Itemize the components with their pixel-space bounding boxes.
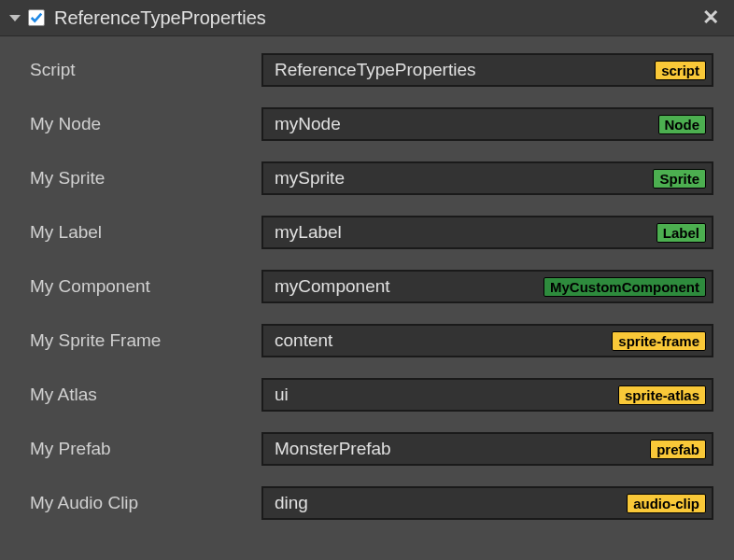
property-value: content — [275, 330, 612, 351]
property-row: My Atlas ui sprite-atlas — [30, 378, 713, 412]
property-value: myLabel — [275, 222, 656, 243]
property-field-my-label[interactable]: myLabel Label — [261, 216, 713, 249]
property-label: My Sprite Frame — [30, 330, 261, 351]
component-header: ReferenceTypeProperties ✕ — [0, 0, 734, 36]
property-label: My Component — [30, 276, 261, 297]
property-field-my-component[interactable]: myComponent MyCustomComponent — [261, 270, 713, 303]
component-title: ReferenceTypeProperties — [54, 7, 697, 29]
type-badge: sprite-frame — [612, 331, 706, 351]
property-label: My Atlas — [30, 385, 261, 405]
property-row: My Label myLabel Label — [30, 216, 713, 249]
property-row: My Audio Clip ding audio-clip — [30, 486, 713, 520]
collapse-caret-icon[interactable] — [9, 15, 21, 21]
component-panel: ReferenceTypeProperties ✕ Script Referen… — [0, 0, 734, 560]
property-label: My Prefab — [30, 439, 261, 459]
property-row: My Sprite mySprite Sprite — [30, 161, 713, 195]
type-badge: MyCustomComponent — [543, 277, 706, 297]
property-value: myNode — [275, 114, 658, 134]
property-row: My Node myNode Node — [30, 107, 713, 141]
property-label: My Node — [30, 114, 261, 134]
property-label: My Audio Clip — [30, 493, 261, 513]
property-row: My Sprite Frame content sprite-frame — [30, 324, 713, 357]
type-badge: Sprite — [653, 169, 706, 189]
property-label: Script — [30, 60, 261, 80]
close-icon[interactable]: ✕ — [697, 6, 725, 30]
checkmark-icon — [30, 11, 43, 24]
type-badge: prefab — [650, 440, 706, 459]
property-label: My Sprite — [30, 168, 261, 189]
property-value: mySprite — [275, 168, 653, 189]
property-value: myComponent — [275, 276, 543, 297]
property-field-my-audio-clip[interactable]: ding audio-clip — [261, 486, 713, 520]
property-field-script[interactable]: ReferenceTypeProperties script — [261, 53, 713, 87]
type-badge: Label — [656, 223, 706, 243]
property-row: Script ReferenceTypeProperties script — [30, 53, 713, 87]
property-label: My Label — [30, 222, 261, 243]
type-badge: audio-clip — [627, 494, 706, 513]
property-row: My Prefab MonsterPrefab prefab — [30, 432, 713, 466]
type-badge: script — [655, 61, 706, 80]
type-badge: sprite-atlas — [618, 385, 706, 405]
property-value: ui — [275, 385, 618, 405]
property-field-my-atlas[interactable]: ui sprite-atlas — [261, 378, 713, 412]
property-field-my-sprite[interactable]: mySprite Sprite — [261, 161, 713, 195]
property-field-my-prefab[interactable]: MonsterPrefab prefab — [261, 432, 713, 466]
property-field-my-sprite-frame[interactable]: content sprite-frame — [261, 324, 713, 357]
property-row: My Component myComponent MyCustomCompone… — [30, 270, 713, 303]
property-list: Script ReferenceTypeProperties script My… — [0, 36, 734, 557]
enabled-checkbox[interactable] — [28, 9, 45, 26]
property-value: MonsterPrefab — [275, 439, 650, 459]
type-badge: Node — [658, 115, 707, 134]
property-value: ReferenceTypeProperties — [275, 60, 655, 80]
property-value: ding — [275, 493, 627, 513]
property-field-my-node[interactable]: myNode Node — [261, 107, 713, 141]
